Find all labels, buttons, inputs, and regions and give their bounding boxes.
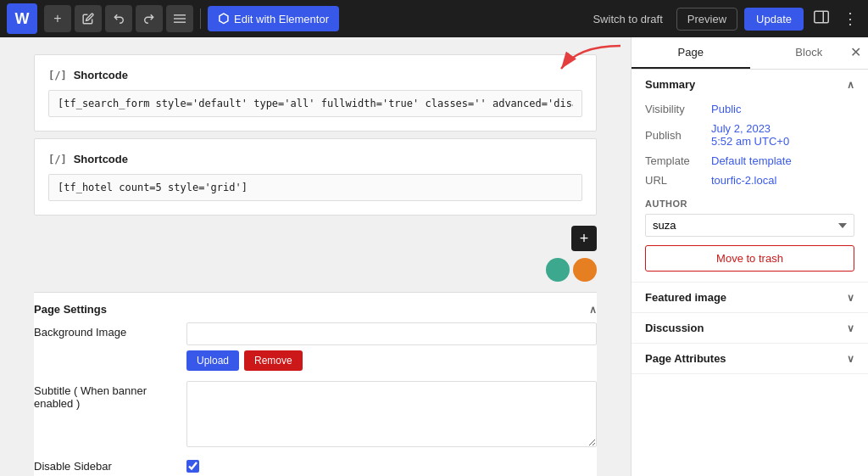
url-value[interactable]: tourfic-2.local bbox=[711, 174, 776, 187]
disable-sidebar-row: Disable Sidebar bbox=[34, 460, 597, 473]
pencil-button[interactable] bbox=[75, 5, 102, 32]
publish-date[interactable]: July 2, 2023 bbox=[711, 122, 771, 135]
featured-image-header[interactable]: Featured image bbox=[632, 283, 868, 312]
block-2-title: Shortcode bbox=[74, 153, 128, 165]
redo-button[interactable] bbox=[136, 5, 163, 32]
background-image-input[interactable] bbox=[186, 322, 597, 345]
discussion-header[interactable]: Discussion bbox=[632, 313, 868, 343]
url-row: URL tourfic-2.local bbox=[645, 171, 854, 190]
template-label: Template bbox=[645, 154, 704, 167]
sidebar-close-button[interactable]: ✕ bbox=[850, 44, 861, 60]
page-settings-content: Background Image Upload Remove Subtitle … bbox=[34, 322, 597, 476]
author-select[interactable]: suza bbox=[645, 214, 854, 237]
sidebar-toggle-button[interactable] bbox=[810, 7, 832, 31]
subtitle-label: Subtitle ( When banner enabled ) bbox=[34, 381, 186, 410]
undo-button[interactable] bbox=[105, 5, 132, 32]
add-block-button[interactable]: + bbox=[571, 226, 597, 251]
page-settings-header[interactable]: Page Settings bbox=[34, 293, 597, 322]
page-settings-title: Page Settings bbox=[34, 303, 107, 316]
visibility-label: Visibility bbox=[645, 103, 704, 115]
visibility-row: Visibility Public bbox=[645, 99, 854, 119]
page-settings-chevron bbox=[589, 303, 597, 316]
shortcode-icon-1: [/] bbox=[48, 70, 67, 81]
featured-image-title: Featured image bbox=[645, 291, 726, 304]
summary-chevron bbox=[847, 78, 854, 91]
disable-sidebar-checkbox[interactable] bbox=[186, 460, 199, 473]
url-label: URL bbox=[645, 174, 704, 187]
page-attributes-chevron bbox=[847, 352, 854, 365]
summary-section: Summary Visibility Public Publish July 2… bbox=[632, 70, 868, 283]
block-shortcode-1: [/] Shortcode bbox=[34, 54, 597, 132]
discussion-section: Discussion bbox=[632, 313, 868, 344]
visibility-value[interactable]: Public bbox=[711, 103, 741, 115]
background-image-row: Background Image Upload Remove bbox=[34, 322, 597, 371]
upload-remove-row: Upload Remove bbox=[186, 350, 597, 371]
toolbar-right: Switch to draft Preview Update ⋮ bbox=[586, 6, 861, 31]
publish-label: Publish bbox=[645, 129, 704, 142]
summary-section-content: Visibility Public Publish July 2, 2023 5… bbox=[632, 99, 868, 282]
author-container: AUTHOR suza bbox=[645, 199, 854, 237]
update-button[interactable]: Update bbox=[744, 8, 804, 31]
background-image-field: Upload Remove bbox=[186, 322, 597, 371]
remove-button[interactable]: Remove bbox=[244, 350, 303, 371]
add-block-area: + bbox=[34, 222, 597, 255]
shortcode-icon-2: [/] bbox=[48, 154, 67, 165]
shortcode-input-1[interactable] bbox=[48, 90, 582, 117]
block-2-header: [/] Shortcode bbox=[48, 153, 582, 165]
shortcode-input-2[interactable] bbox=[48, 174, 582, 201]
editor-area: [/] Shortcode [/] Shortcode + bbox=[0, 37, 631, 476]
author-label: AUTHOR bbox=[645, 199, 854, 209]
svg-rect-3 bbox=[815, 11, 829, 23]
avatar-row bbox=[34, 255, 597, 285]
block-shortcode-2: [/] Shortcode bbox=[34, 138, 597, 216]
disable-sidebar-label: Disable Sidebar bbox=[34, 460, 186, 473]
content-wrapper: [/] Shortcode [/] Shortcode + bbox=[0, 37, 868, 476]
more-options-button[interactable]: ⋮ bbox=[839, 6, 861, 31]
subtitle-row: Subtitle ( When banner enabled ) bbox=[34, 381, 597, 450]
avatar-2[interactable] bbox=[573, 258, 597, 282]
discussion-title: Discussion bbox=[645, 322, 704, 334]
add-block-toolbar-button[interactable]: + bbox=[44, 5, 71, 32]
template-value[interactable]: Default template bbox=[711, 154, 792, 167]
summary-title: Summary bbox=[645, 78, 695, 91]
toolbar: W + ⬡ Edit with Elementor Switch to draf… bbox=[0, 0, 868, 37]
switch-to-draft-button[interactable]: Switch to draft bbox=[586, 8, 669, 31]
template-row: Template Default template bbox=[645, 151, 854, 171]
block-1-title: Shortcode bbox=[74, 69, 128, 81]
page-attributes-title: Page Attributes bbox=[645, 352, 726, 365]
publish-time[interactable]: 5:52 am UTC+0 bbox=[711, 135, 789, 148]
block-1-header: [/] Shortcode bbox=[48, 69, 582, 81]
right-sidebar: Page Block ✕ Summary Visibility Public P… bbox=[631, 37, 868, 476]
move-to-trash-button[interactable]: Move to trash bbox=[645, 245, 854, 272]
subtitle-textarea[interactable] bbox=[186, 381, 597, 447]
preview-button[interactable]: Preview bbox=[676, 8, 737, 31]
page-attributes-section: Page Attributes bbox=[632, 344, 868, 374]
featured-image-chevron bbox=[847, 291, 854, 304]
summary-section-header[interactable]: Summary bbox=[632, 70, 868, 99]
upload-button[interactable]: Upload bbox=[186, 350, 239, 371]
discussion-chevron bbox=[847, 322, 854, 334]
sidebar-tabs: Page Block ✕ bbox=[632, 37, 868, 70]
page-attributes-header[interactable]: Page Attributes bbox=[632, 344, 868, 373]
wp-logo[interactable]: W bbox=[7, 3, 37, 34]
page-settings-section: Page Settings Background Image Upload Re… bbox=[34, 292, 597, 476]
featured-image-section: Featured image bbox=[632, 283, 868, 313]
subtitle-field bbox=[186, 381, 597, 450]
background-image-label: Background Image bbox=[34, 322, 186, 339]
avatar-1[interactable] bbox=[546, 258, 570, 282]
toolbar-divider bbox=[200, 8, 201, 29]
edit-with-elementor-button[interactable]: ⬡ Edit with Elementor bbox=[208, 6, 339, 31]
publish-value-container: July 2, 2023 5:52 am UTC+0 bbox=[711, 122, 789, 148]
publish-row: Publish July 2, 2023 5:52 am UTC+0 bbox=[645, 119, 854, 151]
list-view-button[interactable] bbox=[166, 5, 193, 32]
tab-page[interactable]: Page bbox=[632, 37, 750, 69]
